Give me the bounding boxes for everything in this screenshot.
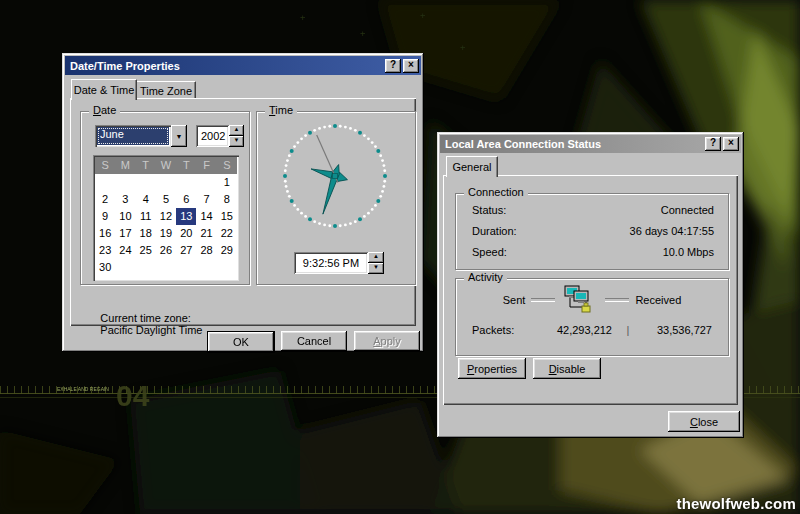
tab-time-zone-label: Time Zone — [140, 85, 192, 97]
sent-label: Sent — [503, 294, 526, 306]
year-field[interactable]: 2002 — [196, 125, 229, 147]
calendar-day[interactable]: 9 — [95, 208, 115, 225]
apply-button[interactable]: Apply — [354, 331, 420, 351]
tab-date-and-time[interactable]: Date & Time — [71, 79, 137, 100]
current-timezone-note: Current time zone: Pacific Daylight Time — [82, 300, 202, 348]
calendar-empty-cell — [176, 174, 196, 191]
network-connection-icon — [561, 285, 599, 315]
datetime-titlebar[interactable]: Date/Time Properties ? × — [65, 56, 421, 75]
calendar-day[interactable]: 1 — [217, 174, 237, 191]
calendar-day[interactable]: 5 — [156, 191, 176, 208]
calendar-day[interactable]: 12 — [156, 208, 176, 225]
help-icon[interactable]: ? — [385, 59, 401, 73]
calendar-day[interactable]: 27 — [176, 242, 196, 259]
speed-value: 10.0 Mbps — [507, 246, 714, 258]
packets-label: Packets: — [472, 324, 528, 336]
calendar-day-selected[interactable]: 13 — [176, 208, 196, 225]
calendar-day[interactable]: 28 — [196, 242, 216, 259]
datetime-properties-window: Date/Time Properties ? × Date & Time Tim… — [62, 53, 424, 352]
calendar-day[interactable]: 16 — [95, 225, 115, 242]
status-label: Status: — [472, 204, 506, 216]
calendar-empty-cell — [196, 174, 216, 191]
calendar-day[interactable]: 24 — [115, 242, 135, 259]
month-selected-value: June — [97, 127, 169, 145]
calendar-empty-cell — [217, 259, 237, 276]
tab-general[interactable]: General — [446, 156, 498, 177]
calendar-day[interactable]: 26 — [156, 242, 176, 259]
ruler-number: 04 — [116, 379, 150, 412]
calendar-day[interactable]: 22 — [217, 225, 237, 242]
lan-window-title: Local Area Connection Status — [445, 138, 703, 150]
status-row: Status: Connected — [472, 204, 714, 216]
timezone-note-label: Current time zone: — [100, 312, 190, 324]
spin-up-icon[interactable]: ▲ — [229, 125, 244, 136]
status-value: Connected — [506, 204, 714, 216]
calendar-day[interactable]: 17 — [115, 225, 135, 242]
calendar-day[interactable]: 6 — [176, 191, 196, 208]
calendar-day[interactable]: 15 — [217, 208, 237, 225]
calendar-day[interactable]: 30 — [95, 259, 115, 276]
month-dropdown-field: June — [95, 125, 171, 147]
calendar-empty-cell — [196, 259, 216, 276]
calendar-day[interactable]: 4 — [136, 191, 156, 208]
cancel-button[interactable]: Cancel — [281, 331, 347, 351]
calendar-day[interactable]: 8 — [217, 191, 237, 208]
calendar-weekday: S — [95, 157, 115, 174]
year-spinner: ▲ ▼ — [229, 125, 244, 147]
calendar-day[interactable]: 2 — [95, 191, 115, 208]
timezone-note-value: Pacific Daylight Time — [100, 324, 202, 336]
month-dropdown[interactable]: June ▼ — [95, 125, 187, 147]
received-line — [605, 298, 629, 302]
time-spinner: ▲ ▼ — [368, 252, 384, 274]
calendar-day[interactable]: 23 — [95, 242, 115, 259]
ok-button[interactable]: OK — [207, 331, 275, 353]
calendar-day[interactable]: 20 — [176, 225, 196, 242]
desktop: +++ ++ EXHALE AND REGAIN 04 thewolfweb.c… — [0, 0, 800, 514]
close-icon[interactable]: × — [403, 59, 419, 73]
calendar-day[interactable]: 18 — [136, 225, 156, 242]
calendar-empty-cell — [156, 259, 176, 276]
connection-group-label: Connection — [464, 186, 528, 198]
properties-button[interactable]: Properties — [458, 358, 526, 379]
calendar-weekday: T — [136, 157, 156, 174]
tab-date-and-time-label: Date & Time — [74, 84, 135, 96]
calendar-empty-cell — [115, 259, 135, 276]
svg-text:+: + — [420, 10, 426, 20]
speed-label: Speed: — [472, 246, 507, 258]
connection-groupbox: Connection Status: Connected Duration: 3… — [455, 193, 729, 270]
svg-text:+: + — [460, 42, 466, 52]
disable-button[interactable]: Disable — [533, 358, 601, 379]
calendar-empty-cell — [176, 259, 196, 276]
calendar-empty-cell — [95, 174, 115, 191]
calendar-day[interactable]: 11 — [136, 208, 156, 225]
calendar-empty-cell — [115, 174, 135, 191]
calendar-day[interactable]: 19 — [156, 225, 176, 242]
help-icon[interactable]: ? — [705, 137, 721, 151]
calendar-day[interactable]: 10 — [115, 208, 135, 225]
calendar-weekday: W — [156, 157, 176, 174]
duration-row: Duration: 36 days 04:17:55 — [472, 225, 714, 237]
calendar-empty-cell — [136, 259, 156, 276]
calendar-day[interactable]: 7 — [196, 191, 216, 208]
close-icon[interactable]: × — [723, 137, 739, 151]
time-value: 9:32:56 PM — [303, 257, 359, 269]
spin-up-icon[interactable]: ▲ — [368, 252, 384, 263]
spin-down-icon[interactable]: ▼ — [229, 136, 244, 147]
calendar-empty-cell — [156, 174, 176, 191]
close-button[interactable]: Close — [668, 411, 740, 432]
lan-titlebar[interactable]: Local Area Connection Status ? × — [440, 135, 741, 153]
calendar-day[interactable]: 3 — [115, 191, 135, 208]
spin-down-icon[interactable]: ▼ — [368, 263, 384, 274]
time-field[interactable]: 9:32:56 PM — [294, 252, 368, 274]
duration-value: 36 days 04:17:55 — [517, 225, 714, 237]
packets-row: Packets: 42,293,212 | 33,536,727 — [472, 324, 712, 336]
calendar-day[interactable]: 25 — [136, 242, 156, 259]
calendar-day[interactable]: 14 — [196, 208, 216, 225]
lan-status-window: Local Area Connection Status ? × General… — [437, 132, 744, 438]
chevron-down-icon[interactable]: ▼ — [171, 125, 187, 147]
speed-row: Speed: 10.0 Mbps — [472, 246, 714, 258]
packets-divider: | — [612, 324, 644, 336]
calendar-day[interactable]: 29 — [217, 242, 237, 259]
calendar: SMTWTFS123456789101112131415161718192021… — [93, 155, 239, 281]
calendar-day[interactable]: 21 — [196, 225, 216, 242]
